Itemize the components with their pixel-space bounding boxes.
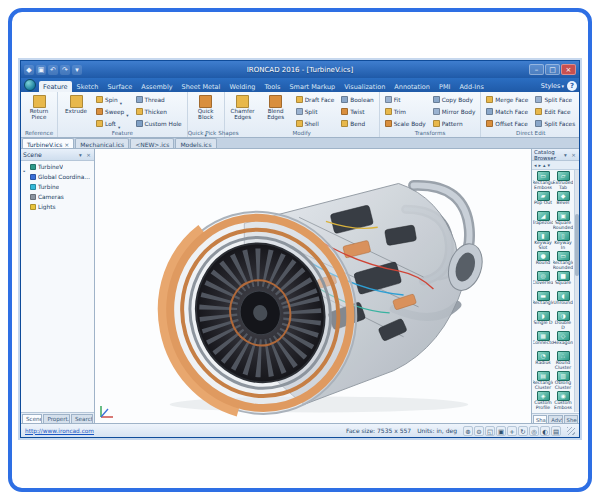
ribbon-tab[interactable]: Assembly: [137, 81, 176, 92]
ribbon-button[interactable]: Match Face: [484, 106, 530, 117]
ribbon-button[interactable]: Trim: [383, 106, 428, 117]
ribbon-button[interactable]: Pattern: [431, 118, 478, 129]
ribbon-button[interactable]: Bend: [339, 118, 375, 129]
zoom-in-icon[interactable]: ⊕: [463, 426, 473, 436]
pin-icon[interactable]: ▾: [77, 152, 84, 158]
close-panel-icon[interactable]: ×: [570, 152, 577, 158]
ribbon-tab[interactable]: Smart Markup: [285, 81, 339, 92]
catalog-item[interactable]: ◑ Double D: [553, 311, 573, 331]
catalog-scrollbar[interactable]: [574, 170, 579, 412]
resize-grip[interactable]: [567, 427, 575, 435]
panel-tab[interactable]: Search: [71, 414, 93, 423]
ribbon-button[interactable]: Fit: [383, 94, 428, 105]
document-tab[interactable]: TurbineV.ics: [22, 138, 74, 148]
pan-icon[interactable]: +: [507, 426, 517, 436]
tree-item[interactable]: Cameras: [29, 192, 93, 202]
panel-tab[interactable]: Propert...: [43, 414, 70, 423]
catalog-item[interactable]: ▱ Extruded Tab: [553, 171, 573, 191]
zoom-window-icon[interactable]: ◱: [485, 426, 495, 436]
catalog-item[interactable]: ◎ Cloverleaf: [533, 271, 553, 291]
back-icon[interactable]: ◂: [534, 162, 537, 168]
close-panel-icon[interactable]: ×: [85, 152, 92, 158]
catalog-item[interactable]: ▬ Rectangle: [533, 291, 553, 311]
ribbon-button[interactable]: Split: [294, 106, 337, 117]
document-tab[interactable]: Models.ics: [175, 138, 216, 148]
tree-item[interactable]: Global Coordinate System: [29, 172, 93, 182]
catalog-item[interactable]: ◈ Custom Profile: [533, 391, 553, 411]
display-options-icon[interactable]: ▤: [551, 426, 561, 436]
ribbon-tab[interactable]: Tools: [260, 81, 284, 92]
expand-icon[interactable]: [23, 162, 28, 172]
up-icon[interactable]: ▴: [543, 162, 546, 168]
redo-icon[interactable]: ↷: [60, 65, 70, 75]
ribbon-button[interactable]: Return Piece: [24, 94, 54, 129]
minimize-button[interactable]: –: [529, 64, 544, 75]
quick-access-menu-icon[interactable]: ▾: [72, 65, 82, 75]
panel-tab[interactable]: Scene: [22, 414, 42, 423]
catalog-item[interactable]: ◖ Unround: [553, 291, 573, 311]
save-icon[interactable]: ▣: [36, 65, 46, 75]
catalog-item[interactable]: ▰ Pop Out: [533, 191, 553, 211]
ribbon-button[interactable]: Blend Edges: [261, 94, 291, 129]
ribbon-button[interactable]: Merge Face: [484, 94, 530, 105]
catalog-item[interactable]: ● Round: [533, 251, 553, 271]
ribbon-button[interactable]: Extrude: [61, 94, 91, 129]
catalog-item[interactable]: ▥ Oblong Cluster: [553, 371, 573, 391]
ribbon-button[interactable]: Offset Face: [484, 118, 530, 129]
ribbon-tab[interactable]: Sheet Metal: [178, 81, 225, 92]
ribbon-tab[interactable]: Sketch: [73, 81, 103, 92]
ribbon-button[interactable]: Split Face: [533, 94, 577, 105]
ribbon-button[interactable]: Thread: [134, 94, 184, 105]
ribbon-button[interactable]: Twist: [339, 106, 375, 117]
document-tab[interactable]: <NEW>.ics: [130, 138, 174, 148]
ribbon-tab[interactable]: Surface: [103, 81, 136, 92]
ribbon-button[interactable]: Split Faces: [533, 118, 577, 129]
catalog-item[interactable]: ◢ Trapezoid: [533, 211, 553, 231]
viewport[interactable]: [95, 149, 531, 423]
pin-icon[interactable]: ▾: [562, 152, 569, 158]
tree-item[interactable]: Lights: [29, 202, 93, 212]
catalog-menu-icon[interactable]: ▾: [548, 162, 551, 168]
ribbon-button[interactable]: Draft Face: [294, 94, 337, 105]
ribbon-tab[interactable]: Feature: [39, 81, 72, 92]
ribbon-button[interactable]: Thicken: [134, 106, 184, 117]
ironcad-link[interactable]: http://www.ironcad.com: [25, 428, 94, 434]
catalog-tab[interactable]: AdvSha: [548, 415, 562, 423]
scrollbar-thumb[interactable]: [575, 214, 579, 277]
styles-dropdown[interactable]: Styles: [541, 82, 564, 90]
ribbon-button[interactable]: Scale Body: [383, 118, 428, 129]
close-tab-icon[interactable]: [64, 141, 69, 148]
ribbon-button[interactable]: Boolean: [339, 94, 375, 105]
undo-icon[interactable]: ↶: [48, 65, 58, 75]
ribbon-button[interactable]: Mirror Body: [431, 106, 478, 117]
ribbon-button[interactable]: Spin: [94, 94, 131, 105]
catalog-item[interactable]: ◗ Single D: [533, 311, 553, 331]
catalog-item[interactable]: ◆ Bevel: [553, 191, 573, 211]
zoom-out-icon[interactable]: ⊖: [474, 426, 484, 436]
catalog-item[interactable]: ▮ Keyway Slot: [533, 231, 553, 251]
orbit-icon[interactable]: ↻: [518, 426, 528, 436]
ribbon-button[interactable]: Edit Face: [533, 106, 577, 117]
ribbon-tab[interactable]: Add-Ins: [455, 81, 487, 92]
ribbon-tab[interactable]: Welding: [225, 81, 259, 92]
ribbon-button[interactable]: Chamfer Edges: [228, 94, 258, 129]
ribbon-tab[interactable]: Visualization: [340, 81, 389, 92]
catalog-item[interactable]: ▭ Rectangle Rounded: [553, 251, 573, 271]
catalog-item[interactable]: ◔ Radius: [533, 351, 553, 371]
app-icon[interactable]: ◆: [24, 65, 34, 75]
fit-scene-icon[interactable]: ▣: [496, 426, 506, 436]
maximize-button[interactable]: □: [545, 64, 560, 75]
ribbon-tab[interactable]: PMI: [435, 81, 454, 92]
ribbon-button[interactable]: Shell: [294, 118, 337, 129]
render-mode-icon[interactable]: ◐: [540, 426, 550, 436]
ribbon-button[interactable]: Sweep: [94, 106, 131, 117]
catalog-tab[interactable]: Shapes: [533, 415, 547, 423]
close-button[interactable]: ×: [561, 64, 576, 75]
catalog-item[interactable]: ▤ Rectangle Cluster: [533, 371, 553, 391]
catalog-item[interactable]: ∴ Round Cluster: [553, 351, 573, 371]
ribbon-tab[interactable]: Annotation: [390, 81, 434, 92]
catalog-item[interactable]: ▭ Rectangular Emboss: [533, 171, 553, 191]
catalog-item[interactable]: ◉ Custom Emboss: [553, 391, 573, 411]
catalog-tab[interactable]: SheetM: [564, 415, 578, 423]
forward-icon[interactable]: ▸: [539, 162, 542, 168]
